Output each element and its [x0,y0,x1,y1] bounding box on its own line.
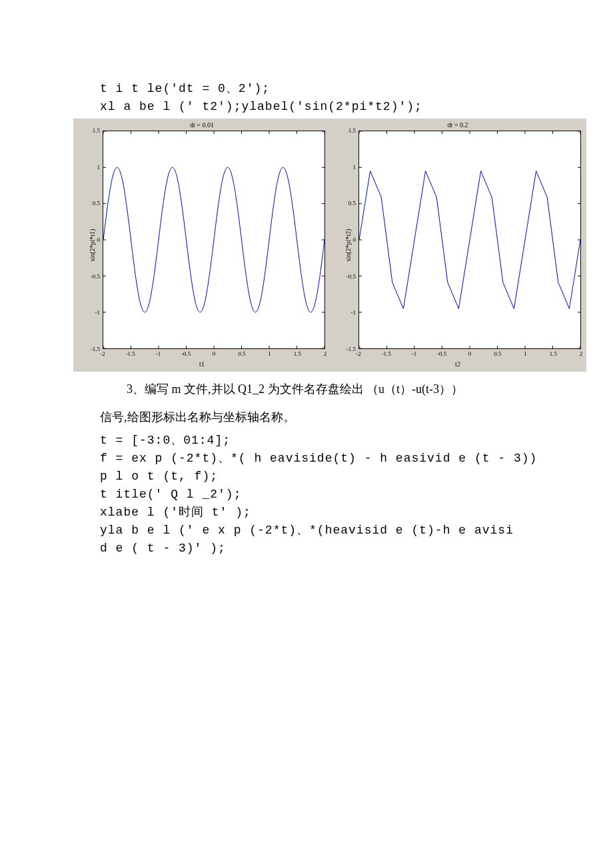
xtick: 0 [213,350,216,357]
code-line: t itle(' Q l _2'); [100,488,241,501]
subplot-left: dt = 0.01 sin(2*pi*t1) 1.5 1 0.5 [77,123,326,368]
xtick: -0.5 [437,350,446,357]
ytick: 1.5 [340,127,356,134]
code-line: xl a be l (' t2');ylabel('sin(2*pi*t2)')… [100,100,422,113]
y-ticks: 1.5 1 0.5 0 -0.5 -1 -1.5 [84,131,101,349]
ytick: 1 [340,164,356,171]
text-line: 信号,给图形标出名称与坐标轴名称。 [100,410,295,424]
code-line: t i t le('dt = 0、2'); [100,82,270,95]
ytick: -1.5 [340,346,356,352]
xtick: 1.5 [550,350,557,357]
xtick: -1 [156,350,161,357]
page: t i t le('dt = 0、2'); xl a be l (' t2');… [0,0,613,868]
ytick: 0.5 [340,200,356,207]
x-axis-label: t2 [333,360,582,368]
ytick: 0 [340,236,356,243]
ytick: -0.5 [340,273,356,280]
ytick: 0.5 [84,200,100,207]
code-line: xlabe l ('时间 t' ); [100,506,251,519]
plot-title: dt = 0.2 [333,121,582,129]
problem-text: 3、编写 m 文件,并以 Q1_2 为文件名存盘绘出 （u（t）-u(t-3）） [127,377,573,401]
line-plot [103,131,324,348]
xtick: -1.5 [382,350,391,357]
xtick: -2 [100,350,105,357]
problem-text: 信号,给图形标出名称与坐标轴名称。 [100,405,573,429]
ytick: -0.5 [84,273,100,280]
x-ticks: -2 -1.5 -1 -0.5 0 0.5 1 1.5 2 [358,350,581,358]
xtick: 1 [268,350,271,357]
code-line: p l o t (t, f); [100,470,218,483]
ytick: 0 [84,236,100,243]
matlab-figure: dt = 0.01 sin(2*pi*t1) 1.5 1 0.5 [73,119,586,372]
code-line: t = [-3:0、01:4]; [100,434,231,447]
code-block-top: t i t le('dt = 0、2'); xl a be l (' t2');… [100,80,573,116]
xtick: -1 [412,350,417,357]
ytick: 1.5 [84,127,100,134]
plot-area [358,131,581,349]
ytick: -1 [340,309,356,316]
xtick: 0.5 [238,350,245,357]
plot-title: dt = 0.01 [77,121,326,129]
text-line: 3、编写 m 文件,并以 Q1_2 为文件名存盘绘出 （u（t）-u(t-3）） [127,382,463,396]
xtick: 2 [324,350,327,357]
xtick: 1.5 [294,350,301,357]
ytick: -1.5 [84,346,100,352]
plot-area [103,131,325,349]
xtick: 0 [468,350,472,357]
subplot-right: dt = 0.2 sin(2*pi*t2) 1.5 1 0.5 0 [333,123,582,368]
xtick: -0.5 [181,350,191,357]
xtick: -1.5 [126,350,135,357]
ytick: 1 [84,164,100,171]
xtick: 0.5 [494,350,501,357]
code-block-bottom: t = [-3:0、01:4]; f = ex p (-2*t)、*( h ea… [100,432,573,558]
code-line: yla b e l (' e x p (-2*t)、*(heavisid e (… [100,524,514,537]
x-ticks: -2 -1.5 -1 -0.5 0 0.5 1 1.5 2 [103,350,325,358]
line-plot [359,131,580,348]
ytick: -1 [84,309,100,316]
y-ticks: 1.5 1 0.5 0 -0.5 -1 -1.5 [340,131,357,349]
code-line: f = ex p (-2*t)、*( h eaviside(t) - h eas… [100,452,537,465]
xtick: -2 [356,350,361,357]
xtick: 2 [580,350,583,357]
xtick: 1 [524,350,527,357]
code-line: d e ( t - 3)' ); [100,542,226,555]
x-axis-label: t1 [77,360,326,368]
